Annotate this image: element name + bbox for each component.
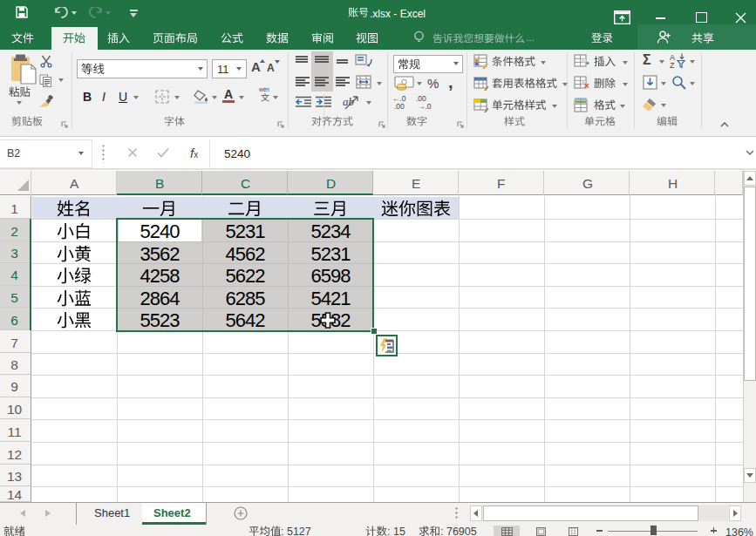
svg-text:Z: Z bbox=[670, 61, 675, 69]
svg-text:.00: .00 bbox=[394, 102, 405, 109]
svg-text:A: A bbox=[670, 53, 675, 62]
svg-text:→.0: →.0 bbox=[418, 102, 432, 109]
